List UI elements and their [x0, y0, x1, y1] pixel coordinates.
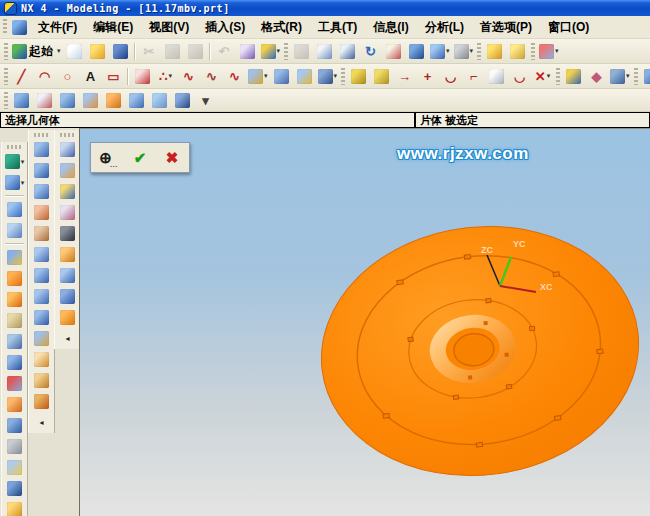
selection-filter-button[interactable]: ▾: [3, 151, 27, 172]
extension-surface-button[interactable]: [30, 307, 53, 328]
toolbar-drag-handle[interactable]: [556, 68, 560, 85]
trimmed-sheet-button[interactable]: [30, 370, 53, 391]
quilt-button[interactable]: [56, 202, 79, 223]
pan-button[interactable]: [382, 40, 405, 62]
rotate-view-button[interactable]: ↻: [359, 40, 382, 62]
pocket-button[interactable]: [3, 352, 26, 373]
trim-curve-button[interactable]: ✕▾: [531, 65, 554, 87]
graphics-viewport[interactable]: ZC YC XC www.rjzxw.com ⊕…✔✖: [79, 128, 650, 516]
toolbar-drag-handle[interactable]: [531, 43, 535, 60]
extend-curve-button[interactable]: →: [393, 65, 416, 87]
datum-plane-button[interactable]: ▾: [537, 40, 561, 62]
unite-button[interactable]: [640, 65, 650, 87]
toolbar-drag-handle[interactable]: [3, 19, 7, 35]
hole-button[interactable]: [3, 415, 26, 436]
part-body[interactable]: [307, 209, 650, 494]
toolbar-drag-handle[interactable]: [34, 133, 50, 137]
ruled-surface-button[interactable]: [270, 65, 293, 87]
toolbar-drag-handle[interactable]: [634, 68, 638, 85]
shaded-display-button[interactable]: [3, 199, 26, 220]
free-form-button[interactable]: [30, 391, 53, 412]
revolve-button[interactable]: [3, 268, 26, 289]
toolbar-collapse-button[interactable]: ◂: [56, 328, 79, 349]
deform-button[interactable]: [56, 160, 79, 181]
law-extension-button[interactable]: [30, 328, 53, 349]
dropdown-arrow-icon[interactable]: ▾: [21, 179, 25, 187]
box-button[interactable]: [56, 286, 79, 307]
bead-button[interactable]: [56, 265, 79, 286]
perspective-button[interactable]: [405, 40, 428, 62]
toolbar-drag-handle[interactable]: [4, 43, 8, 60]
open-button[interactable]: [86, 40, 109, 62]
chamfer-sheet-button[interactable]: [485, 65, 508, 87]
sketch-button[interactable]: [562, 65, 585, 87]
dropdown-arrow-icon[interactable]: ▾: [470, 47, 474, 55]
bridge-surface-button[interactable]: [30, 265, 53, 286]
swept-button[interactable]: [30, 160, 53, 181]
datum-csys-button[interactable]: ◆: [585, 65, 608, 87]
patch-body-button[interactable]: [102, 89, 125, 111]
dropdown-arrow-icon[interactable]: ▾: [264, 72, 268, 80]
menu-item-window[interactable]: 窗口(O): [540, 17, 597, 38]
menu-item-file[interactable]: 文件(F): [30, 17, 85, 38]
shell-button[interactable]: [171, 89, 194, 111]
toolbar-drag-handle[interactable]: [7, 145, 23, 149]
through-curves-button[interactable]: [30, 202, 53, 223]
menu-item-information[interactable]: 信息(I): [365, 17, 416, 38]
fold-button[interactable]: [56, 307, 79, 328]
boss-button[interactable]: [3, 331, 26, 352]
smooth-curve-button[interactable]: ◡: [508, 65, 531, 87]
toolbar-collapse-button[interactable]: ◂: [30, 412, 53, 433]
menu-item-analysis[interactable]: 分析(L): [417, 17, 472, 38]
menu-item-preferences[interactable]: 首选项(P): [472, 17, 540, 38]
trim-sheet-button[interactable]: [10, 89, 33, 111]
emboss-button[interactable]: [56, 244, 79, 265]
block-button[interactable]: [3, 310, 26, 331]
line-button[interactable]: ╱: [10, 65, 33, 87]
bend-curve-button[interactable]: ◡: [439, 65, 462, 87]
tube-solid-button[interactable]: [56, 223, 79, 244]
ruled-button[interactable]: [30, 181, 53, 202]
offset-surface-button[interactable]: [125, 89, 148, 111]
offset-sheet-button[interactable]: [30, 349, 53, 370]
basic-curves-button[interactable]: [131, 65, 154, 87]
command-finder-button[interactable]: [236, 40, 259, 62]
zoom-box-button[interactable]: [313, 40, 336, 62]
tube-button[interactable]: ▾: [316, 65, 340, 87]
text-button[interactable]: A: [79, 65, 102, 87]
rectangle-button[interactable]: ▭: [102, 65, 125, 87]
toolbar-drag-handle[interactable]: [4, 92, 8, 109]
dropdown-arrow-icon[interactable]: ▾: [168, 72, 172, 80]
thread-button[interactable]: [3, 478, 26, 499]
toolbar-drag-handle[interactable]: [4, 68, 8, 85]
measure-distance-button[interactable]: [483, 40, 506, 62]
sphere-feature-button[interactable]: [3, 457, 26, 478]
menu-item-tools[interactable]: 工具(T): [310, 17, 365, 38]
fit-view-button[interactable]: [290, 40, 313, 62]
dropdown-arrow-icon[interactable]: ▾: [555, 47, 559, 55]
cylinder-primitive-button[interactable]: [3, 436, 26, 457]
toolbar-drag-handle[interactable]: [477, 43, 481, 60]
cross-curve-button[interactable]: +: [416, 65, 439, 87]
through-curve-mesh-button[interactable]: [30, 223, 53, 244]
four-point-surface-button[interactable]: [30, 139, 53, 160]
wrap-geometry-button[interactable]: [56, 181, 79, 202]
swept-surface-button[interactable]: ▾: [246, 65, 270, 87]
circle-button[interactable]: ○: [56, 65, 79, 87]
sweep-along-guide-button[interactable]: [3, 289, 26, 310]
n-sided-surface-button[interactable]: [30, 286, 53, 307]
dropdown-arrow-icon[interactable]: ▾: [334, 72, 338, 80]
snap-point-button[interactable]: ▾: [3, 172, 27, 193]
general-spline-button[interactable]: ∿: [223, 65, 246, 87]
dropdown-arrow-icon[interactable]: ▾: [57, 47, 61, 55]
cut-button[interactable]: ✂: [138, 40, 161, 62]
copy-button[interactable]: [161, 40, 184, 62]
dropdown-arrow-icon[interactable]: ▾: [547, 72, 551, 80]
zoom-button[interactable]: [336, 40, 359, 62]
draft-angle-button[interactable]: [33, 89, 56, 111]
arc-button[interactable]: ◠: [33, 65, 56, 87]
pattern-button[interactable]: [56, 139, 79, 160]
point-dialog-button[interactable]: ⊕…: [95, 145, 121, 170]
toolbar-drag-handle[interactable]: [284, 43, 288, 60]
ok-button[interactable]: ✔: [127, 145, 153, 170]
